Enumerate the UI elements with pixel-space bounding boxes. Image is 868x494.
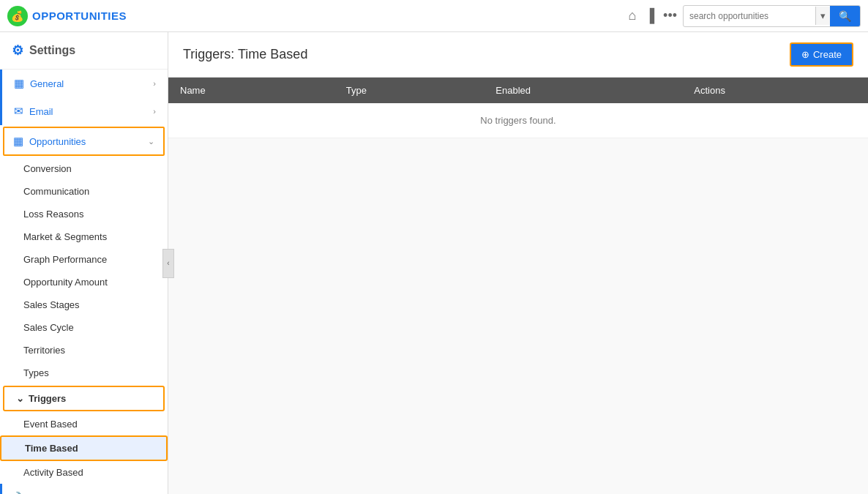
triggers-table: Name Type Enabled Actions No triggers fo… (168, 78, 868, 138)
sidebar-settings-header: ⚙ Settings (0, 32, 168, 70)
sidebar-collapse-button[interactable]: ‹ (162, 249, 174, 278)
sidebar-subitem-loss-reasons[interactable]: Loss Reasons (0, 203, 168, 225)
navbar: 💰 OPPORTUNITIES ⌂ ▐ ••• ▾ 🔍 (0, 0, 868, 32)
create-button[interactable]: ⊕ Create (790, 42, 853, 67)
table-header: Name Type Enabled Actions (168, 78, 868, 103)
sidebar: ⚙ Settings ▦ General › ✉ Email › ▦ Oppor… (0, 32, 168, 494)
sidebar-subitem-graph-performance[interactable]: Graph Performance (0, 248, 168, 271)
chevron-opportunities: ⌄ (148, 137, 154, 146)
sidebar-wrapper: ⚙ Settings ▦ General › ✉ Email › ▦ Oppor… (0, 32, 168, 494)
sidebar-triggers-label: Triggers (29, 393, 66, 404)
search-input[interactable] (684, 7, 815, 25)
chevron-general: › (153, 79, 156, 88)
col-name: Name (168, 78, 334, 103)
search-dropdown-button[interactable]: ▾ (815, 7, 830, 25)
sidebar-subitem-activity-based[interactable]: Activity Based (0, 461, 168, 484)
triggers-table-container: Name Type Enabled Actions No triggers fo… (168, 78, 868, 138)
sidebar-item-customize[interactable]: 🔧 Customize App › (0, 484, 168, 494)
sidebar-subitem-time-based[interactable]: Time Based (0, 435, 168, 461)
sidebar-triggers-header[interactable]: ⌄ Triggers (3, 386, 165, 411)
sidebar-subitem-sales-cycle[interactable]: Sales Cycle (0, 316, 168, 339)
sidebar-header-label: Settings (29, 44, 75, 57)
opportunities-icon: ▦ (13, 135, 23, 148)
page-title: Triggers: Time Based (183, 47, 307, 62)
create-icon: ⊕ (801, 49, 809, 60)
navbar-icons: ⌂ ▐ ••• (628, 8, 677, 23)
sidebar-subitem-sales-stages[interactable]: Sales Stages (0, 293, 168, 316)
triggers-chevron-icon: ⌄ (16, 393, 24, 404)
app-name: OPPORTUNITIES (32, 10, 127, 22)
email-icon: ✉ (14, 105, 23, 118)
table-body: No triggers found. (168, 103, 868, 138)
home-icon[interactable]: ⌂ (628, 8, 636, 23)
table-row-empty: No triggers found. (168, 103, 868, 138)
col-type: Type (334, 78, 484, 103)
col-enabled: Enabled (484, 78, 682, 103)
general-icon: ▦ (14, 77, 24, 90)
sidebar-subitem-types[interactable]: Types (0, 362, 168, 384)
sidebar-label-general: General (30, 78, 147, 89)
empty-message: No triggers found. (168, 103, 868, 138)
sidebar-subitem-event-based[interactable]: Event Based (0, 413, 168, 435)
chevron-email: › (153, 107, 156, 116)
customize-icon: 🔧 (14, 491, 28, 494)
sidebar-subitem-market-segments[interactable]: Market & Segments (0, 225, 168, 248)
sidebar-item-general[interactable]: ▦ General › (0, 70, 168, 97)
sidebar-subitem-opportunity-amount[interactable]: Opportunity Amount (0, 271, 168, 293)
brand-icon: 💰 (7, 6, 28, 26)
col-actions: Actions (682, 78, 868, 103)
content-header: Triggers: Time Based ⊕ Create (168, 32, 868, 78)
content-area: Triggers: Time Based ⊕ Create Name Type … (168, 32, 868, 494)
sidebar-subitem-communication[interactable]: Communication (0, 180, 168, 203)
sidebar-label-opportunities: Opportunities (29, 136, 142, 147)
sidebar-subitem-territories[interactable]: Territories (0, 339, 168, 362)
main-layout: ⚙ Settings ▦ General › ✉ Email › ▦ Oppor… (0, 32, 868, 494)
settings-icon: ⚙ (12, 42, 23, 59)
create-button-label: Create (813, 49, 842, 60)
sidebar-label-email: Email (29, 106, 147, 117)
sidebar-item-opportunities[interactable]: ▦ Opportunities ⌄ (3, 127, 165, 156)
sidebar-subitem-conversion[interactable]: Conversion (0, 157, 168, 180)
chart-icon[interactable]: ▐ (645, 8, 654, 23)
more-icon[interactable]: ••• (663, 8, 677, 23)
app-brand: 💰 OPPORTUNITIES (7, 6, 622, 26)
search-submit-button[interactable]: 🔍 (830, 6, 860, 26)
search-container: ▾ 🔍 (683, 5, 861, 27)
sidebar-item-email[interactable]: ✉ Email › (0, 97, 168, 125)
